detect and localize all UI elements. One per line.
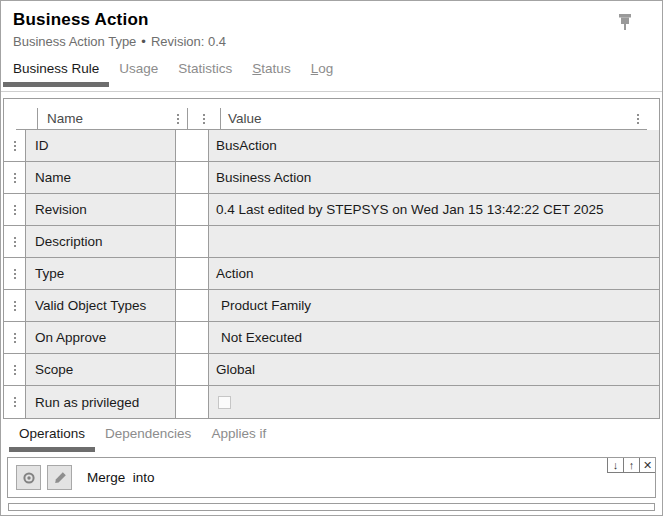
kebab-dot	[203, 118, 205, 120]
section-tabstrip: OperationsDependenciesApplies if	[1, 426, 662, 452]
tab-dependencies[interactable]: Dependencies	[95, 426, 201, 441]
row-drag-handle-icon[interactable]	[12, 331, 18, 345]
row-drag-handle-icon[interactable]	[12, 395, 18, 409]
row-value-cell[interactable]: Product Family	[209, 290, 659, 322]
row-handle-cell	[4, 290, 26, 322]
row-drag-handle-icon[interactable]	[12, 171, 18, 185]
row-value-cell[interactable]: BusAction	[209, 130, 659, 162]
kebab-dot	[14, 277, 16, 279]
tab-operations[interactable]: Operations	[9, 426, 95, 452]
row-name-text: Revision	[35, 202, 87, 217]
row-handle-cell	[4, 130, 26, 162]
row-name-cell[interactable]: Type	[26, 258, 176, 290]
row-drag-handle-icon[interactable]	[12, 203, 18, 217]
row-drag-handle-icon[interactable]	[12, 139, 18, 153]
row-divider-cell	[176, 258, 209, 290]
tab-statistics[interactable]: Statistics	[168, 61, 242, 76]
kebab-dot	[14, 401, 16, 403]
row-divider-cell	[176, 354, 209, 386]
active-tab-underline	[9, 447, 95, 452]
kebab-dot	[203, 122, 205, 124]
kebab-dot	[14, 301, 16, 303]
row-name-cell[interactable]: Run as privileged	[26, 386, 176, 418]
row-value-cell[interactable]: Action	[209, 258, 659, 290]
row-value-text: Action	[216, 266, 254, 281]
column-header-name[interactable]: Name	[38, 108, 188, 130]
kebab-dot	[14, 177, 16, 179]
kebab-dot	[14, 305, 16, 307]
kebab-dot	[14, 241, 16, 243]
kebab-dot	[203, 114, 205, 116]
kebab-dot	[14, 141, 16, 143]
name-column-menu-icon[interactable]	[175, 112, 181, 126]
kebab-dot	[14, 341, 16, 343]
row-name-cell[interactable]: Scope	[26, 354, 176, 386]
column-header-value[interactable]: Value	[221, 108, 647, 130]
kebab-dot	[637, 114, 639, 116]
kebab-dot	[637, 122, 639, 124]
row-value-cell[interactable]: 0.4 Last edited by STEPSYS on Wed Jan 15…	[209, 194, 659, 226]
row-name-cell[interactable]: Name	[26, 162, 176, 194]
kebab-dot	[14, 369, 16, 371]
kebab-dot	[177, 114, 179, 116]
checkbox-run-as-privileged[interactable]	[218, 396, 231, 409]
row-divider-cell	[176, 386, 209, 418]
row-name-text: Valid Object Types	[35, 298, 146, 313]
next-operation-panel-edge	[8, 503, 655, 511]
tab-log[interactable]: Log	[301, 61, 344, 76]
row-name-cell[interactable]: Revision	[26, 194, 176, 226]
divider-column-menu-icon[interactable]	[201, 112, 207, 126]
row-value-text: Business Action	[216, 170, 311, 185]
edit-operation-button[interactable]	[47, 465, 72, 490]
table-header-row: NameValue	[4, 99, 659, 130]
row-drag-handle-icon[interactable]	[12, 267, 18, 281]
kebab-dot	[14, 205, 16, 207]
kebab-dot	[14, 269, 16, 271]
kebab-dot	[14, 145, 16, 147]
attributes-table: NameValueIDBusActionNameBusiness ActionR…	[3, 98, 660, 419]
kebab-dot	[14, 237, 16, 239]
preview-operation-button[interactable]	[16, 465, 41, 490]
value-column-menu-icon[interactable]	[635, 112, 641, 126]
row-name-cell[interactable]: Description	[26, 226, 176, 258]
row-value-cell[interactable]: Business Action	[209, 162, 659, 194]
table-row-scope: ScopeGlobal	[4, 354, 659, 386]
move-down-icon[interactable]: ↓	[607, 458, 623, 473]
row-name-cell[interactable]: On Approve	[26, 322, 176, 354]
row-handle-cell	[4, 194, 26, 226]
row-name-cell[interactable]: Valid Object Types	[26, 290, 176, 322]
kebab-dot	[14, 213, 16, 215]
tab-label: Applies if	[211, 426, 266, 441]
tab-business-rule[interactable]: Business Rule	[3, 61, 109, 87]
row-name-text: Description	[35, 234, 103, 249]
kebab-dot	[14, 397, 16, 399]
tab-usage[interactable]: Usage	[109, 61, 168, 76]
move-up-icon[interactable]: ↑	[623, 458, 639, 473]
kebab-dot	[14, 373, 16, 375]
header: Business Action Business Action Type•Rev…	[1, 1, 662, 49]
row-value-text: BusAction	[216, 138, 277, 153]
row-drag-handle-icon[interactable]	[12, 363, 18, 377]
kebab-dot	[14, 273, 16, 275]
tab-status[interactable]: Status	[242, 61, 300, 76]
row-value-cell[interactable]: Not Executed	[209, 322, 659, 354]
kebab-dot	[14, 209, 16, 211]
column-header-divider[interactable]	[188, 108, 221, 130]
row-name-cell[interactable]: ID	[26, 130, 176, 162]
row-value-text: Not Executed	[216, 330, 302, 345]
row-value-cell[interactable]	[209, 226, 659, 258]
tab-label: Statistics	[178, 61, 232, 76]
table-row-valid-object-types: Valid Object TypesProduct Family	[4, 290, 659, 322]
object-type-label: Business Action Type	[13, 34, 136, 49]
row-drag-handle-icon[interactable]	[12, 299, 18, 313]
row-value-text: 0.4 Last edited by STEPSYS on Wed Jan 15…	[216, 202, 604, 217]
row-drag-handle-icon[interactable]	[12, 235, 18, 249]
row-value-cell[interactable]	[209, 386, 659, 418]
remove-operation-icon[interactable]: ✕	[639, 458, 655, 473]
pin-icon[interactable]	[616, 12, 634, 32]
tab-applies-if[interactable]: Applies if	[201, 426, 276, 441]
row-value-cell[interactable]: Global	[209, 354, 659, 386]
row-name-text: Name	[35, 170, 71, 185]
column-header-label: Value	[228, 111, 262, 126]
row-handle-cell	[4, 322, 26, 354]
